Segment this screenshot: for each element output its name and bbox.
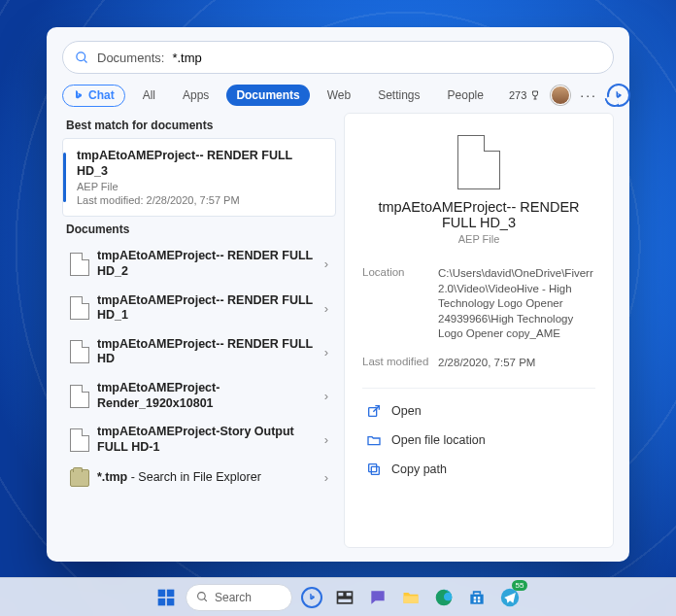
- bing-chat-circle[interactable]: [607, 84, 630, 107]
- svg-rect-14: [404, 596, 419, 603]
- result-title: tmpAEtoAMEProject-- RENDER FULL HD_2: [97, 249, 317, 279]
- svg-rect-11: [338, 592, 345, 597]
- chevron-right-icon: ›: [324, 470, 328, 485]
- document-result[interactable]: tmpAEtoAMEProject-- RENDER FULL HD_1 ›: [62, 287, 336, 330]
- svg-rect-6: [167, 589, 175, 597]
- search-icon: [196, 591, 209, 603]
- document-result[interactable]: tmpAEtoAMEProject-- RENDER FULL HD_2 ›: [62, 242, 336, 286]
- chevron-right-icon: ›: [324, 257, 328, 271]
- file-icon: [70, 428, 89, 452]
- filter-tabs: Chat All Apps Documents Web Settings Peo…: [62, 84, 614, 107]
- rewards-points[interactable]: 273: [509, 89, 541, 101]
- svg-point-9: [198, 593, 206, 600]
- file-explorer-icon: [70, 469, 89, 487]
- best-match-modified: Last modified: 2/28/2020, 7:57 PM: [77, 194, 325, 206]
- tabs-right: 273 ···: [509, 84, 630, 107]
- search-scope-prefix: Documents:: [97, 51, 164, 65]
- preview-pane: tmpAEtoAMEProject-- RENDER FULL HD_3 AEP…: [344, 113, 614, 548]
- document-result[interactable]: tmpAEtoAMEProject-Story Output FULL HD-1…: [62, 418, 336, 462]
- best-match-heading: Best match for documents: [66, 119, 332, 132]
- bing-icon: [73, 88, 84, 102]
- file-icon: [70, 385, 89, 408]
- svg-line-1: [84, 59, 86, 62]
- chat-label: Chat: [88, 88, 115, 102]
- tab-all[interactable]: All: [133, 85, 165, 106]
- taskbar-search-label: Search: [215, 591, 252, 604]
- trophy-icon: [529, 89, 541, 101]
- chevron-right-icon: ›: [324, 389, 328, 403]
- user-avatar[interactable]: [551, 86, 570, 105]
- svg-rect-7: [158, 598, 166, 605]
- preview-actions: Open Open file location Copy path: [362, 388, 595, 482]
- results-content: Best match for documents tmpAEtoAMEProje…: [62, 113, 614, 548]
- svg-rect-3: [371, 466, 379, 474]
- taskbar-bing-chat[interactable]: [298, 584, 325, 611]
- folder-icon: [366, 432, 382, 448]
- search-in-explorer[interactable]: *.tmp - Search in File Explorer ›: [62, 462, 336, 494]
- chevron-right-icon: ›: [324, 301, 328, 316]
- edge-icon: [434, 588, 454, 607]
- start-button[interactable]: [152, 584, 180, 611]
- search-input[interactable]: [172, 51, 601, 65]
- taskbar-store[interactable]: [463, 584, 490, 611]
- preview-title: tmpAEtoAMEProject-- RENDER FULL HD_3: [362, 199, 595, 230]
- file-icon: [70, 296, 89, 320]
- action-open[interactable]: Open: [362, 398, 595, 424]
- explorer-suffix: - Search in File Explorer: [127, 470, 261, 484]
- svg-line-10: [204, 599, 207, 601]
- taskbar-file-explorer[interactable]: [397, 584, 424, 611]
- svg-rect-4: [369, 464, 377, 472]
- svg-rect-18: [474, 599, 477, 602]
- chat-pill[interactable]: Chat: [62, 85, 125, 107]
- result-title: tmpAEtoAMEProject-- RENDER FULL HD: [97, 337, 317, 367]
- tab-people[interactable]: People: [438, 85, 493, 106]
- svg-rect-19: [478, 599, 481, 602]
- documents-heading: Documents: [66, 222, 332, 236]
- more-menu[interactable]: ···: [580, 87, 597, 103]
- bing-icon: [614, 89, 624, 101]
- bing-icon: [308, 592, 317, 602]
- preview-icon-wrap: [362, 135, 595, 189]
- file-icon: [457, 135, 500, 189]
- tab-apps[interactable]: Apps: [173, 85, 219, 106]
- result-title: tmpAEtoAMEProject-Render_1920x10801: [97, 381, 317, 411]
- taskbar-chat[interactable]: [364, 584, 391, 611]
- task-view-icon: [335, 588, 355, 607]
- points-value: 273: [509, 89, 526, 101]
- best-match-result[interactable]: tmpAEtoAMEProject-- RENDER FULL HD_3 AEP…: [62, 138, 336, 217]
- location-value: C:\Users\david\OneDrive\Fiverr 2.0\Video…: [438, 266, 595, 342]
- best-match-type: AEP File: [77, 181, 325, 192]
- action-open-label: Open: [391, 404, 422, 418]
- svg-rect-5: [158, 589, 166, 597]
- preview-type: AEP File: [362, 233, 595, 245]
- taskbar-search[interactable]: Search: [186, 584, 292, 611]
- file-explorer-icon: [401, 588, 421, 607]
- taskbar: Search: [0, 577, 676, 616]
- copy-icon: [366, 462, 382, 477]
- document-result[interactable]: tmpAEtoAMEProject-- RENDER FULL HD ›: [62, 330, 336, 374]
- svg-rect-17: [478, 597, 481, 599]
- open-icon: [366, 403, 382, 419]
- explorer-query: *.tmp: [97, 470, 127, 484]
- tab-settings[interactable]: Settings: [368, 85, 429, 106]
- file-icon: [70, 340, 89, 363]
- tab-documents[interactable]: Documents: [226, 85, 309, 106]
- action-copy-path[interactable]: Copy path: [362, 457, 595, 482]
- preview-metadata: Location C:\Users\david\OneDrive\Fiverr …: [362, 266, 595, 384]
- best-match-title: tmpAEtoAMEProject-- RENDER FULL HD_3: [77, 149, 325, 179]
- action-open-location-label: Open file location: [391, 433, 486, 447]
- taskbar-edge[interactable]: [430, 584, 457, 611]
- results-left-column: Best match for documents tmpAEtoAMEProje…: [62, 113, 344, 548]
- svg-point-0: [77, 51, 85, 60]
- taskbar-telegram[interactable]: [496, 584, 524, 611]
- taskbar-task-view[interactable]: [331, 584, 358, 611]
- search-input-row[interactable]: Documents:: [62, 41, 614, 74]
- svg-rect-12: [346, 592, 353, 597]
- chat-icon: [368, 588, 388, 607]
- search-panel: Documents: Chat All Apps Documents Web S…: [47, 27, 629, 562]
- search-icon: [75, 51, 89, 65]
- chevron-right-icon: ›: [324, 345, 328, 359]
- document-result[interactable]: tmpAEtoAMEProject-Render_1920x10801 ›: [62, 374, 336, 418]
- action-open-location[interactable]: Open file location: [362, 428, 595, 453]
- tab-web[interactable]: Web: [318, 85, 360, 106]
